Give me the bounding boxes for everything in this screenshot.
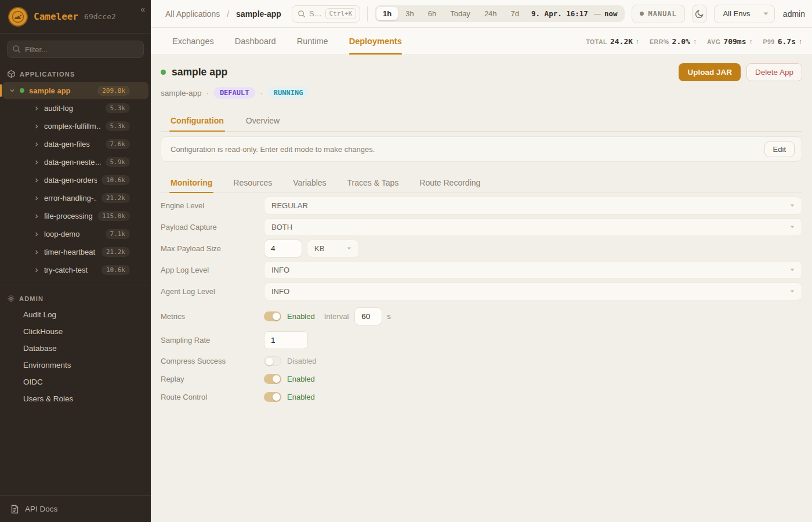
- chevron-right-icon: [34, 231, 39, 237]
- metrics-state: Enabled: [287, 312, 315, 321]
- time-range-1h[interactable]: 1h: [376, 7, 398, 20]
- time-range-today[interactable]: Today: [444, 7, 477, 20]
- moon-icon: [695, 9, 704, 19]
- compress-success-toggle[interactable]: [264, 356, 281, 366]
- sidebar-item-audit-log[interactable]: audit-log 5.3k: [0, 99, 151, 117]
- chevron-right-icon: [34, 267, 39, 273]
- document-icon: [10, 505, 19, 514]
- refresh-mode-button[interactable]: MANUAL: [632, 5, 684, 23]
- edit-button[interactable]: Edit: [764, 142, 795, 157]
- tab-variables[interactable]: Variables: [292, 175, 327, 193]
- agent-log-level-select[interactable]: INFO: [264, 282, 802, 300]
- tab-dashboard[interactable]: Dashboard: [235, 28, 276, 55]
- sidebar-item-file-processing[interactable]: file-processing 115.0k: [0, 207, 151, 225]
- env-select[interactable]: All Envs: [714, 5, 774, 23]
- sidebar-item-sample-app[interactable]: sample app 209.8k: [2, 82, 148, 99]
- banner-message: Configuration is read-only. Enter edit m…: [171, 145, 375, 154]
- time-range-6h[interactable]: 6h: [422, 7, 443, 20]
- tab-resources[interactable]: Resources: [232, 175, 273, 193]
- max-payload-size-unit-select[interactable]: KB: [307, 240, 359, 258]
- sidebar-divider: [0, 285, 151, 285]
- tab-deployments[interactable]: Deployments: [349, 28, 402, 55]
- content: sample app Upload JAR Delete App sample-…: [151, 55, 812, 522]
- tab-configuration[interactable]: Configuration: [169, 111, 225, 131]
- engine-level-select[interactable]: REGULAR: [264, 197, 802, 215]
- sidebar-item-error-handling[interactable]: error-handling-… 21.2k: [0, 189, 151, 207]
- sidebar-collapse-icon[interactable]: «: [140, 5, 145, 14]
- global-search[interactable]: S… Ctrl+K: [292, 5, 360, 23]
- main-area: All Applications / sample-app S… Ctrl+K …: [151, 0, 812, 522]
- count-badge: 21.2k: [102, 247, 130, 257]
- tab-exchanges[interactable]: Exchanges: [172, 28, 214, 55]
- sidebar-item-timer-heartbeat[interactable]: timer-heartbeat 21.2k: [0, 243, 151, 261]
- search-icon: [298, 10, 306, 18]
- tab-route-recording[interactable]: Route Recording: [418, 175, 481, 193]
- sidebar-item-audit-log-admin[interactable]: Audit Log: [0, 306, 151, 323]
- metrics-toggle[interactable]: [264, 311, 281, 321]
- topbar-divider: [367, 6, 368, 21]
- page-tabs: Configuration Overview: [161, 111, 802, 132]
- sidebar-item-environments[interactable]: Environments: [0, 357, 151, 374]
- payload-capture-select[interactable]: BOTH: [264, 218, 802, 236]
- config-tabs: Monitoring Resources Variables Traces & …: [161, 175, 802, 193]
- tab-runtime[interactable]: Runtime: [297, 28, 328, 55]
- sidebar-item-oidc[interactable]: OIDC: [0, 374, 151, 390]
- time-to[interactable]: now: [602, 9, 624, 18]
- filter-input[interactable]: [7, 41, 144, 58]
- time-range-3h[interactable]: 3h: [399, 7, 420, 20]
- route-control-toggle[interactable]: [264, 392, 281, 402]
- chevron-right-icon: [34, 195, 39, 201]
- chevron-down-icon[interactable]: [9, 88, 15, 93]
- package-icon: [7, 70, 16, 78]
- sidebar-item-complex-fulfillm[interactable]: complex-fulfillm… 5.3k: [0, 117, 151, 135]
- status-badge: RUNNING: [267, 87, 310, 99]
- count-badge: 115.0k: [97, 211, 130, 221]
- caret-down-icon: [790, 290, 795, 293]
- app-subtitle-row: sample-app · DEFAULT · RUNNING: [161, 87, 802, 99]
- user-menu[interactable]: admin: [783, 9, 805, 19]
- count-badge: 209.8k: [97, 86, 130, 96]
- count-badge: 5.3k: [106, 121, 130, 131]
- stat-total: TOTAL 24.2K ↑: [586, 37, 639, 46]
- readonly-banner: Configuration is read-only. Enter edit m…: [161, 136, 802, 162]
- replay-toggle[interactable]: [264, 374, 281, 384]
- interval-label: Interval: [324, 312, 349, 321]
- replay-row: Replay Enabled: [161, 372, 802, 385]
- status-dot: [20, 88, 24, 93]
- max-payload-size-row: Max Payload Size KB: [161, 240, 802, 258]
- time-range-7d[interactable]: 7d: [505, 7, 525, 20]
- chevron-right-icon: [34, 124, 39, 129]
- sidebar-item-database[interactable]: Database: [0, 340, 151, 357]
- compress-success-row: Compress Success Disabled: [161, 354, 802, 367]
- upload-jar-button[interactable]: Upload JAR: [679, 63, 741, 81]
- theme-toggle-button[interactable]: [692, 5, 708, 23]
- topbar: All Applications / sample-app S… Ctrl+K …: [151, 0, 812, 28]
- sidebar-item-users-roles[interactable]: Users & Roles: [0, 390, 151, 407]
- sidebar-item-try-catch-test[interactable]: try-catch-test 10.6k: [0, 261, 151, 279]
- max-payload-size-input[interactable]: [264, 240, 302, 258]
- gear-icon: [7, 295, 15, 303]
- time-separator: —: [594, 10, 601, 18]
- caret-down-icon: [790, 204, 795, 207]
- sidebar: « Cameleer 69dcce2 APPLICATIONS sample a…: [0, 0, 151, 522]
- app-label: sample app: [29, 86, 93, 95]
- sidebar-item-clickhouse[interactable]: ClickHouse: [0, 323, 151, 340]
- app-log-level-select[interactable]: INFO: [264, 261, 802, 279]
- tab-monitoring[interactable]: Monitoring: [169, 175, 213, 193]
- sampling-rate-input[interactable]: [264, 331, 308, 349]
- sidebar-item-data-gen-orders[interactable]: data-gen-orders 10.6k: [0, 171, 151, 189]
- delete-app-button[interactable]: Delete App: [746, 63, 802, 81]
- sidebar-item-loop-demo[interactable]: loop-demo 7.1k: [0, 225, 151, 243]
- tab-overview[interactable]: Overview: [245, 111, 281, 131]
- arrow-up-icon: ↑: [799, 38, 802, 46]
- stat-err: ERR% 2.0% ↑: [650, 37, 697, 46]
- sidebar-item-data-gen-files[interactable]: data-gen-files 7.6k: [0, 135, 151, 153]
- metrics-interval-input[interactable]: [354, 307, 382, 325]
- stat-p99: P99 6.7s ↑: [763, 37, 803, 46]
- time-range-24h[interactable]: 24h: [478, 7, 503, 20]
- api-docs-link[interactable]: API Docs: [0, 495, 151, 522]
- breadcrumb-root[interactable]: All Applications: [165, 9, 220, 19]
- tab-traces-taps[interactable]: Traces & Taps: [346, 175, 400, 193]
- sidebar-item-data-gen-neste[interactable]: data-gen-neste… 5.9k: [0, 153, 151, 171]
- time-from[interactable]: 9. Apr. 16:17: [527, 9, 593, 18]
